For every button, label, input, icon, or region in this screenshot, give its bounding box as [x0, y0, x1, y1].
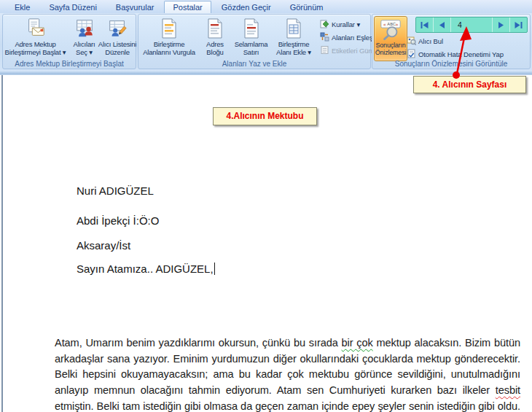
record-number-value: 4 — [458, 20, 462, 29]
greeting-line-button[interactable]: Selamlama Satırı — [230, 16, 272, 56]
text-cursor — [214, 263, 215, 275]
ribbon-tab-bar: Ekle Sayfa Düzeni Başvurular Postalar Gö… — [0, 0, 532, 13]
button-label-line: Bloğu — [206, 48, 223, 56]
edit-recipient-list-button[interactable]: Alıcı Listesini Düzenle — [101, 16, 134, 56]
recipient-city-line: Aksaray/İst — [77, 239, 130, 252]
button-label-line: Alanı Ekle ▾ — [276, 48, 311, 56]
auto-check-errors-icon — [407, 49, 416, 60]
button-label-line: Seç ▾ — [76, 48, 93, 56]
first-record-button[interactable] — [416, 18, 434, 32]
body-seg: Atam, Umarım benim yazdıklarımı okursun,… — [55, 337, 342, 349]
button-label-line: Alanlarını Vurgula — [143, 48, 195, 56]
tab-ekle[interactable]: Ekle — [6, 1, 39, 13]
grammar-flagged-text: bir çok — [342, 337, 373, 349]
edit-recipient-list-icon — [106, 17, 128, 40]
salutation-text: Sayın Atamıza.. ADIGÜZEL, — [77, 263, 214, 275]
greeting-line-icon — [242, 17, 261, 40]
start-mail-merge-button[interactable]: Adres Mektup Birleştirmeyi Başlat ▾ — [3, 16, 68, 56]
start-mail-merge-icon — [25, 17, 47, 40]
tab-gorunum[interactable]: Görünüm — [281, 1, 332, 13]
preview-results-icon: « ABC » — [379, 17, 402, 42]
auto-check-errors-button[interactable]: Otomatik Hata Denetimi Yap — [407, 47, 504, 61]
insert-merge-field-button[interactable]: Birleştirme Alanı Ekle ▾ — [272, 16, 316, 56]
group-caption-write: Alanları Yaz ve Ekle — [138, 60, 370, 68]
rules-label: Kurallar ▾ — [332, 20, 360, 28]
svg-text:ABC: ABC — [387, 22, 396, 26]
letter-callout: 4.Alıcının Mektubu — [213, 107, 317, 125]
button-label-line: Alıcıları — [74, 40, 95, 48]
highlight-merge-fields-icon — [160, 17, 179, 40]
button-label-line: Satırı — [243, 48, 259, 56]
svg-text:»: » — [396, 22, 399, 28]
button-label-line: Alıcı Listesini — [98, 40, 136, 48]
letter-body-paragraph: Atam, Umarım benim yazdıklarımı okursun,… — [55, 335, 520, 412]
tab-postalar[interactable]: Postalar — [164, 1, 211, 13]
group-caption-start: Adres Mektup Birleştirmeyi Başlat — [3, 60, 136, 68]
next-record-button[interactable] — [493, 18, 510, 32]
toggle-label-line: Sonuçların — [375, 42, 405, 49]
body-seg: etmiştin. Belki tam istediğin gibi olmas… — [55, 400, 520, 412]
tab-gozden-gecir[interactable]: Gözden Geçir — [213, 1, 280, 13]
rules-icon — [320, 19, 329, 30]
preview-results-toggle[interactable]: « ABC » Sonuçların Önizlemesi — [374, 16, 407, 61]
record-navigator: 4 — [415, 17, 528, 33]
tab-basvurular[interactable]: Başvurular — [107, 1, 163, 13]
button-label-line: Birleştirme — [278, 40, 310, 48]
group-caption-preview: Sonuçların Önizlemesini Görüntüle — [372, 60, 530, 68]
previous-record-button[interactable] — [434, 18, 451, 32]
button-label-line: Birleştirme — [154, 40, 185, 48]
record-number-field[interactable]: 4 — [451, 18, 493, 32]
button-label-line: Adres Mektup — [15, 40, 55, 48]
group-write-insert-fields: Birleştirme Alanlarını Vurgula Adres Blo… — [138, 14, 371, 69]
button-label-line: Birleştirmeyi Başlat ▾ — [5, 48, 66, 56]
callout-anchor-dot — [453, 71, 460, 79]
update-labels-icon — [320, 45, 329, 56]
last-record-button[interactable] — [510, 18, 527, 32]
spelling-flagged-text: tesbit — [496, 384, 520, 396]
page-callout: 4. Alıcının Sayfası — [413, 76, 526, 93]
address-block-button[interactable]: Adres Bloğu — [200, 16, 230, 56]
address-block-icon — [206, 17, 224, 40]
button-label-line: Düzenle — [105, 48, 129, 56]
group-start-mail-merge: Adres Mektup Birleştirmeyi Başlat ▾ — [2, 14, 136, 69]
recipient-name-line: Nuri ADIGÜZEL — [77, 184, 154, 197]
group-preview-results: « ABC » Sonuçların Önizlemesi 4 — [372, 14, 531, 69]
page-left-edge — [1, 75, 3, 412]
toggle-label-line: Önizlemesi — [375, 49, 407, 56]
highlight-merge-fields-button[interactable]: Birleştirme Alanlarını Vurgula — [138, 16, 200, 56]
button-label-line: Adres — [206, 40, 224, 48]
salutation-line: Sayın Atamıza.. ADIGÜZEL, — [77, 263, 215, 275]
group-start-buttons: Adres Mektup Birleştirmeyi Başlat ▾ — [3, 15, 136, 56]
recipient-school-line: Abdi İpekçi İ:Ö:O — [77, 214, 159, 227]
select-recipients-button[interactable]: Alıcıları Seç ▾ — [68, 16, 101, 56]
button-label-line: Selamlama — [235, 40, 268, 48]
tab-sayfa-duzeni[interactable]: Sayfa Düzeni — [40, 1, 105, 13]
find-recipient-button[interactable]: Alıcı Bul — [407, 34, 504, 47]
auto-check-errors-label: Otomatik Hata Denetimi Yap — [418, 50, 504, 58]
select-recipients-icon — [74, 17, 95, 40]
match-fields-icon — [320, 32, 329, 43]
find-recipient-label: Alıcı Bul — [418, 37, 443, 45]
find-recipient-icon — [407, 36, 416, 47]
svg-text:«: « — [383, 22, 386, 28]
ribbon: Adres Mektup Birleştirmeyi Başlat ▾ — [0, 13, 532, 71]
insert-merge-field-icon — [284, 17, 303, 40]
